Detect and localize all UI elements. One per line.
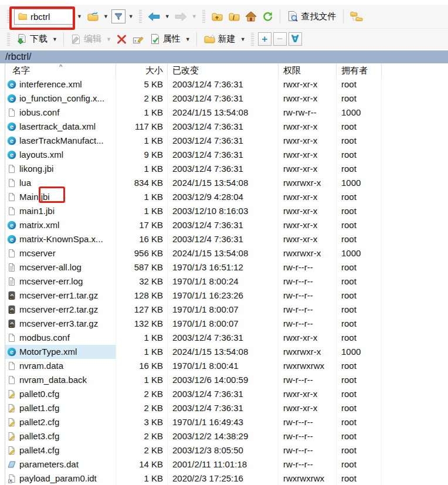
- file-row[interactable]: e matrix.xml 17 KB 2003/12/4 7:36:31 rwx…: [0, 218, 448, 232]
- file-changed-date: 2003/12/4 7:36:31: [168, 134, 279, 148]
- file-changed-date: 2003/12/4 7:36:31: [168, 77, 279, 91]
- filter-dropdown-arrow[interactable]: ▼: [127, 13, 135, 19]
- find-files-button[interactable]: 查找文件: [285, 9, 338, 23]
- file-owner: root: [337, 274, 382, 289]
- file-row[interactable]: pallet2.cfg 3 KB 1970/1/1 16:49:43 rw-r-…: [0, 415, 448, 429]
- root-directory-button[interactable]: /: [226, 11, 242, 23]
- row-spacer: [382, 317, 448, 331]
- file-row[interactable]: nvram_data.back 1 KB 2003/12/6 14:00:59 …: [0, 373, 448, 387]
- file-row[interactable]: mcserver 956 KB 2024/1/15 13:54:08 rwxrw…: [0, 246, 448, 260]
- file-row[interactable]: payload_param0.idt 1 KB 2020/2/3 17:25:1…: [0, 472, 448, 485]
- download-icon: [16, 33, 28, 45]
- open-directory-button[interactable]: [85, 11, 100, 23]
- properties-icon: [150, 33, 161, 45]
- file-owner: root: [337, 359, 382, 373]
- file-row[interactable]: lua 834 KB 2024/1/15 13:54:08 rwxrwxr-x …: [0, 176, 448, 190]
- new-folder-icon: [203, 34, 216, 45]
- file-row[interactable]: iobus.conf 1 KB 2024/1/15 13:54:08 rw-rw…: [0, 106, 448, 120]
- file-permissions: rw-r--r--: [279, 429, 337, 443]
- filter-button[interactable]: [111, 9, 125, 23]
- file-row[interactable]: GZ mcserver-err1.tar.gz 128 KB 1970/1/1 …: [0, 289, 448, 303]
- file-size: 14 KB: [116, 457, 168, 472]
- toolbar-grip[interactable]: [7, 10, 10, 23]
- file-row[interactable]: likong.jbi 1 KB 2003/12/4 7:36:31 rwxr-x…: [0, 162, 448, 176]
- file-row[interactable]: mcserver-err.log 32 KB 1970/1/1 8:00:24 …: [0, 274, 448, 289]
- file-owner: root: [337, 190, 382, 204]
- file-permissions: rw-r--r--: [279, 457, 337, 472]
- dat-file-icon: [7, 460, 16, 469]
- row-spacer: [382, 373, 448, 387]
- properties-dropdown-arrow[interactable]: ▼: [184, 36, 192, 42]
- file-row[interactable]: e matrix-KnownSpa.x... 16 KB 2003/12/4 7…: [0, 232, 448, 246]
- new-button[interactable]: 新建: [202, 32, 237, 46]
- row-spacer: [382, 303, 448, 317]
- home-directory-button[interactable]: [243, 10, 259, 23]
- file-row[interactable]: e lasertrack_data.xml 117 KB 2003/12/4 7…: [0, 120, 448, 134]
- parent-directory-button[interactable]: [209, 11, 225, 23]
- file-row[interactable]: nvram.data 16 KB 1970/1/1 8:00:41 rwxrwx…: [0, 359, 448, 373]
- column-header-owner[interactable]: 拥有者: [337, 63, 382, 77]
- file-row[interactable]: e MotorType.xml 1 KB 2024/1/15 13:54:08 …: [0, 345, 448, 359]
- forward-button[interactable]: [173, 11, 189, 22]
- add-filter-button[interactable]: +: [258, 32, 271, 46]
- open-directory-dropdown-arrow[interactable]: ▼: [102, 13, 110, 19]
- column-header-permissions[interactable]: 权限: [279, 63, 337, 77]
- edit-dropdown-arrow[interactable]: ▼: [105, 36, 113, 42]
- gz-file-icon: GZ: [7, 319, 16, 328]
- file-row[interactable]: e interference.xml 5 KB 2003/12/4 7:36:3…: [0, 77, 448, 91]
- file-owner: root: [337, 289, 382, 303]
- toolbar-grip[interactable]: [7, 33, 10, 46]
- file-permissions: rwxr-xr-x: [279, 91, 337, 106]
- file-row[interactable]: GZ mcserver-err3.tar.gz 132 KB 1970/1/1 …: [0, 317, 448, 331]
- file-row[interactable]: parameters.dat 14 KB 2001/2/11 11:01:18 …: [0, 457, 448, 472]
- file-file-icon: [7, 249, 16, 258]
- file-row[interactable]: mcserver-all.log 587 KB 1970/1/3 16:51:1…: [0, 260, 448, 274]
- file-permissions: rw-r--r--: [279, 260, 337, 274]
- file-owner: 1000: [337, 176, 382, 190]
- properties-button[interactable]: 属性: [148, 32, 182, 46]
- new-dropdown-arrow[interactable]: ▼: [239, 36, 247, 42]
- file-owner: root: [337, 120, 382, 134]
- row-spacer: [382, 134, 448, 148]
- file-row[interactable]: pallet0.cfg 2 KB 2003/12/4 7:36:31 rwxr-…: [0, 387, 448, 401]
- toolbar-grip[interactable]: [139, 10, 142, 23]
- back-button[interactable]: [146, 11, 162, 22]
- select-files-button[interactable]: ∀: [289, 32, 302, 46]
- column-header-name[interactable]: 名字 ^: [5, 63, 116, 77]
- toolbar-grip[interactable]: [202, 10, 205, 23]
- file-permissions: rwxr-xr-x: [279, 331, 337, 345]
- file-row[interactable]: pallet3.cfg 2 KB 2003/12/2 14:38:29 rw-r…: [0, 429, 448, 443]
- edit-button[interactable]: 编辑: [69, 32, 103, 46]
- main-toolbar: rbctrl ▼ ▼ ▼ ▼ ▼: [0, 5, 448, 28]
- file-row[interactable]: pallet4.cfg 2 KB 2003/12/3 8:05:50 rw-r-…: [0, 443, 448, 457]
- delete-button[interactable]: [114, 33, 129, 46]
- column-header-size[interactable]: 大小: [116, 63, 168, 77]
- file-row[interactable]: e io_function_config.x... 2 KB 2003/12/4…: [0, 91, 448, 106]
- back-dropdown-arrow[interactable]: ▼: [164, 13, 171, 19]
- file-permissions: rw-r--r--: [279, 303, 337, 317]
- current-path-bar[interactable]: /rbctrl/: [0, 50, 448, 63]
- file-row[interactable]: main1.jbi 1 KB 2003/12/10 8:16:03 rwxr-x…: [0, 204, 448, 218]
- column-header-changed[interactable]: 已改变: [168, 63, 279, 77]
- forward-dropdown-arrow[interactable]: ▼: [191, 13, 198, 19]
- synchronize-browsing-button[interactable]: [348, 10, 365, 23]
- download-dropdown-arrow[interactable]: ▼: [51, 36, 59, 42]
- directory-address-combobox[interactable]: rbctrl: [14, 9, 74, 25]
- file-permissions: rw-r--r--: [279, 443, 337, 457]
- toolbar-grip[interactable]: [251, 33, 254, 46]
- refresh-button[interactable]: [260, 10, 275, 23]
- file-size: 1 KB: [116, 373, 168, 387]
- file-row[interactable]: e layouts.xml 9 KB 2003/12/4 7:36:31 rwx…: [0, 148, 448, 162]
- toolbar-separator: [63, 32, 64, 46]
- file-row[interactable]: pallet1.cfg 2 KB 2003/12/4 7:36:31 rwxr-…: [0, 401, 448, 415]
- file-row[interactable]: Main.jbi 1 KB 2003/12/9 4:28:04 rwxr-xr-…: [0, 190, 448, 204]
- remove-filter-button[interactable]: −: [273, 32, 287, 46]
- rename-button[interactable]: x: [131, 33, 146, 46]
- download-button[interactable]: 下载: [14, 32, 49, 46]
- file-name: main1.jbi: [19, 204, 55, 218]
- address-dropdown-arrow[interactable]: ▼: [76, 13, 83, 19]
- file-row[interactable]: GZ mcserver-err2.tar.gz 127 KB 1970/1/1 …: [0, 303, 448, 317]
- file-row[interactable]: modbus.conf 1 KB 2003/12/4 7:36:31 rwxr-…: [0, 331, 448, 345]
- file-owner: root: [337, 91, 382, 106]
- file-row[interactable]: e laserTrackManufact... 1 KB 2003/12/4 7…: [0, 134, 448, 148]
